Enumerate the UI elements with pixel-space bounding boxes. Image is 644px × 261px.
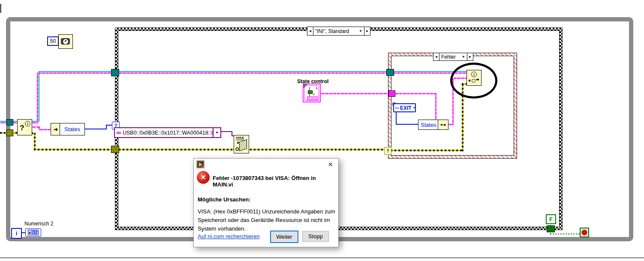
false-constant[interactable]: F: [546, 214, 556, 224]
dialog-causes-heading: Mögliche Ursachen:: [198, 196, 251, 203]
pointer-glyph: ➤: [312, 92, 316, 96]
iteration-terminal[interactable]: i: [11, 228, 22, 239]
magenta-wire: [37, 72, 38, 123]
bundle-icon[interactable]: ●➜: [438, 120, 448, 130]
state-control-label: State control: [297, 78, 328, 84]
tunnel-error[interactable]: [111, 146, 119, 153]
numeric-constant-50[interactable]: 50: [47, 36, 59, 46]
error-icon: ✕: [197, 171, 210, 184]
prev-case-arrow[interactable]: ◄: [433, 53, 439, 60]
dialog-body-line: Speicherort oder das Gerät/die Ressource…: [198, 216, 335, 225]
spin-arrows-icon[interactable]: ◄►: [394, 107, 400, 109]
exclamation-icon: !: [25, 121, 30, 126]
dialog-body-line: VISA: (Hex 0xBFFF0011) Unzureichende Ang…: [198, 207, 335, 216]
close-icon[interactable]: ✕: [328, 161, 333, 168]
magenta-wire: [37, 72, 466, 74]
open-letter: O: [235, 147, 239, 152]
dialog-body: VISA: (Hex 0xBFFF0011) Unzureichende Ang…: [198, 207, 335, 233]
tunnel-teal[interactable]: [386, 69, 394, 76]
magenta-wire: [320, 93, 389, 94]
teal-wire: [39, 71, 39, 122]
fold-corner: [304, 84, 307, 88]
next-case-arrow[interactable]: ►: [364, 27, 370, 35]
teal-wire: [39, 71, 466, 72]
states-enum-constant[interactable]: States: [60, 123, 85, 135]
tunnel-boolean[interactable]: [547, 225, 555, 232]
labview-app-icon: 18: [196, 160, 205, 168]
error-wire: [34, 149, 385, 150]
wait-ms-icon[interactable]: [58, 34, 73, 49]
error-check-node[interactable]: ? !: [17, 119, 32, 135]
annotation-ellipse: [450, 63, 497, 99]
visa-caption: VISA: [236, 136, 244, 140]
tunnel-teal[interactable]: [6, 119, 13, 126]
continue-button[interactable]: Weiter: [270, 231, 298, 243]
slider-value: 1: [316, 86, 318, 90]
dropdown-arrow-icon[interactable]: ▼: [413, 106, 416, 109]
tunnel-error[interactable]: [6, 129, 13, 136]
dropdown-arrow-icon[interactable]: ▼: [213, 128, 220, 137]
tunnel-teal[interactable]: [111, 69, 119, 76]
error-dialog: 18 ✕ ✕ Fehler -1073807343 bei VISA: Öffn…: [193, 158, 339, 247]
blue-wire: [396, 124, 419, 125]
open-door-glyph: [239, 139, 247, 151]
visa-resource-constant[interactable]: I/o USB0::0x0B3E::0x1017::WA000418::INST…: [114, 127, 221, 138]
case-selector-main-label: "INI", Standard: [315, 28, 349, 34]
error-wire: [391, 150, 463, 151]
dialog-error-title: Fehler -1073807343 bei VISA: Öffnen in M…: [213, 175, 335, 188]
magenta-wire: [39, 129, 51, 130]
stop-button[interactable]: Stopp: [302, 231, 329, 242]
boolean-wire: [550, 234, 581, 234]
case-selector-error-label: Fehler: [441, 54, 456, 60]
exit-enum-constant[interactable]: ◄► EXIT ▼: [393, 103, 416, 112]
numeric-indicator-terminal[interactable]: ▶ I32: [25, 228, 41, 237]
window-edge-sliver: [0, 4, 1, 13]
visa-wire: [221, 131, 232, 132]
indicator-arrow-icon: ▶: [29, 231, 31, 234]
numeric-indicator-label: Numerisch 2: [24, 221, 53, 227]
prev-case-arrow[interactable]: ◄: [307, 27, 313, 35]
dialog-titlebar[interactable]: 18 ✕: [194, 159, 338, 170]
ni-search-link[interactable]: Auf ni.com recherchieren: [198, 233, 260, 240]
state-control-terminal[interactable]: 1 ➤: [303, 84, 321, 102]
dropdown-arrow-icon[interactable]: ▼: [359, 29, 362, 33]
states-bundle-label[interactable]: States: [418, 120, 439, 130]
magenta-wire: [394, 93, 436, 94]
stop-button-terminal[interactable]: [580, 228, 589, 237]
question-glyph: ?: [20, 124, 24, 132]
case-selector-error[interactable]: ◄ Fehler▼ ►: [433, 53, 473, 61]
blue-wire: [396, 112, 397, 125]
blue-wire: [84, 129, 107, 129]
visa-resource-value: USB0::0x0B3E::0x1017::WA000418::INSTR: [123, 130, 213, 136]
dropdown-arrow-icon[interactable]: ▼: [462, 55, 465, 59]
window-bottom-edge: [0, 257, 644, 258]
io-glyph: I/o: [115, 131, 123, 135]
stop-sign-icon: [582, 230, 587, 235]
labview-block-diagram: ? ? 50 ? ! ➜ States I/o USB0::0x0B3E::0x…: [0, 0, 644, 261]
visa-open-node[interactable]: VISA O ➤: [234, 135, 249, 153]
case-selector-terminal-error[interactable]: ?: [384, 147, 391, 155]
error-wire: [34, 133, 36, 150]
tunnel-magenta[interactable]: [388, 90, 395, 97]
magenta-wire: [435, 93, 436, 121]
next-case-arrow[interactable]: ►: [467, 53, 473, 60]
terminal-footer: [307, 96, 318, 100]
case-selector-main[interactable]: ◄ "INI", Standard▼ ►: [307, 27, 370, 36]
